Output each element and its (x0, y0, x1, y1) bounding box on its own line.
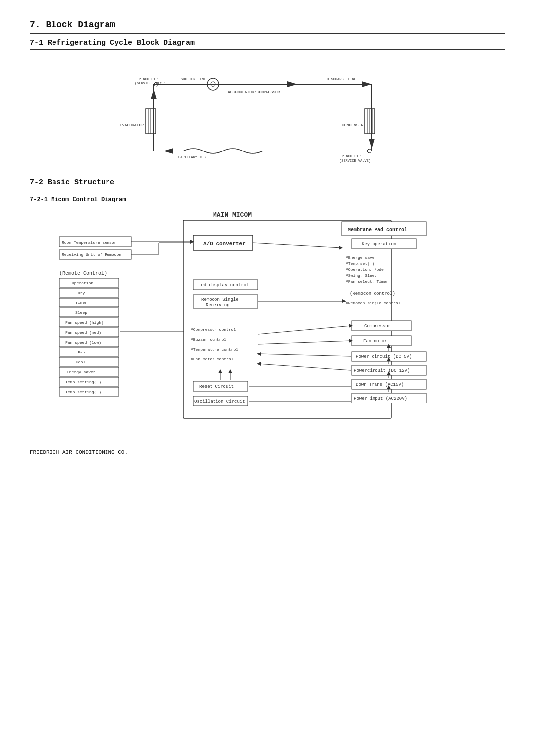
pinch-pipe-label: PINCH PIPE (139, 77, 160, 81)
remote-control-label: (Remote Control) (59, 271, 107, 276)
svg-marker-105 (228, 369, 232, 373)
svg-marker-84 (257, 352, 261, 356)
section-block-diagram: 7. Block Diagram 7-1 Refrigerating Cycle… (30, 20, 505, 455)
svg-text:¥Swing, Sleep: ¥Swing, Sleep (346, 273, 377, 278)
svg-text:Fan speed (med): Fan speed (med) (65, 330, 101, 335)
svg-line-77 (258, 326, 351, 334)
down-trans: Down Trans (AC15V) (356, 382, 404, 387)
reset-circuit: Reset Circuit (199, 384, 234, 389)
svg-line-88 (259, 364, 351, 370)
svg-text:¥Fan select, Timer: ¥Fan select, Timer (346, 279, 389, 284)
svg-marker-22 (287, 81, 297, 87)
condenser-label: CONDENSER (342, 123, 363, 127)
led-display-control: Led display control (198, 283, 249, 288)
main-title: 7. Block Diagram (30, 20, 505, 34)
subsection-title: 7-2-1 Micom Control Diagram (30, 196, 505, 203)
svg-text:Remocon Single: Remocon Single (201, 297, 239, 302)
ad-converter: A/D converter (203, 241, 246, 247)
svg-rect-45 (59, 298, 119, 307)
svg-text:Temp.setting(  ): Temp.setting( ) (65, 390, 101, 394)
section2-title: 7-2 Basic Structure (30, 178, 505, 189)
capillary-label: CAPILLARY TUBE (178, 155, 208, 159)
svg-text:Fan speed (high): Fan speed (high) (65, 320, 104, 325)
svg-text:¥Compressor control: ¥Compressor control (191, 327, 236, 332)
svg-text:Energy saver: Energy saver (67, 370, 96, 374)
svg-marker-9 (151, 89, 157, 99)
svg-line-34 (253, 243, 341, 248)
accumulator-label: ACCUMULATOR/COMPRESSOR (228, 90, 280, 94)
pinch-pipe2-label: PINCH PIPE (342, 154, 363, 158)
room-temp-sensor: Room Temperature sensor (62, 240, 117, 245)
svg-rect-55 (59, 348, 119, 356)
svg-text:(SERVICE VALVE): (SERVICE VALVE) (135, 81, 166, 85)
compressor-box: Compressor (364, 324, 391, 329)
svg-marker-35 (339, 246, 343, 250)
fan-motor-box: Fan motor (363, 339, 387, 344)
remocon-control: (Remocon control) (350, 291, 395, 296)
svg-text:¥Temp.set(   ): ¥Temp.set( ) (346, 261, 374, 266)
micom-control-diagram: MAIN MICOM Membrane Pad control Key oper… (45, 208, 490, 436)
svg-text:Operation: Operation (72, 281, 93, 285)
membrane-pad-title: Membrane Pad control (348, 227, 407, 233)
svg-line-80 (258, 341, 351, 344)
power-input: Power input (AC220V) (354, 396, 407, 401)
footer: FRIEDRICH AIR CONDITIONING CO. (30, 446, 505, 455)
svg-rect-43 (59, 288, 119, 297)
section1-title: 7-1 Refrigerating Cycle Block Diagram (30, 39, 505, 50)
svg-text:¥Buzzer control: ¥Buzzer control (191, 337, 226, 342)
svg-line-83 (259, 354, 351, 356)
svg-rect-57 (59, 357, 119, 366)
svg-text:(SERVICE VALVE): (SERVICE VALVE) (339, 159, 371, 163)
refrigeration-cycle-diagram: PINCH PIPE (SERVICE VALVE) SUCTION LINE … (94, 59, 441, 168)
svg-text:Receiving: Receiving (206, 303, 230, 308)
cool-label: Cool (76, 360, 85, 364)
svg-marker-7 (369, 139, 374, 149)
discharge-line-label: DISCHARGE LINE (327, 77, 356, 81)
oscillation-circuit: Oscillation Circuit (194, 399, 245, 404)
svg-text:Fan: Fan (78, 350, 85, 354)
svg-marker-89 (257, 362, 261, 366)
main-micom-title: MAIN MICOM (213, 211, 252, 219)
suction-line-label: SUCTION LINE (181, 77, 206, 81)
svg-text:¥Temperature control: ¥Temperature control (191, 347, 238, 352)
svg-marker-6 (362, 81, 372, 87)
power-dc5v: Power circuit (DC 5V) (356, 354, 412, 359)
svg-text:¥Remocon single control: ¥Remocon single control (346, 301, 401, 305)
svg-text:¥Operation, Mode: ¥Operation, Mode (346, 267, 384, 272)
svg-text:Temp.setting(  ): Temp.setting( ) (65, 380, 101, 384)
remocon-receiver: Receiving Unit of Remocon (62, 252, 121, 257)
evaporator-label: EVAPORATOR (120, 123, 144, 127)
svg-marker-103 (218, 369, 222, 373)
svg-text:¥Fan motor control: ¥Fan motor control (191, 357, 234, 361)
power-dc12v: Powercircuit (DC 12V) (354, 368, 410, 373)
svg-marker-8 (163, 148, 173, 154)
key-operation: Key operation (362, 242, 396, 247)
svg-text:¥Energe saver: ¥Energe saver (346, 255, 377, 260)
svg-text:Fan speed (low): Fan speed (low) (65, 340, 101, 345)
svg-text:Sleep: Sleep (75, 310, 87, 315)
svg-text:Timer: Timer (75, 301, 87, 305)
section-basic-structure: 7-2 Basic Structure 7-2-1 Micom Control … (30, 178, 505, 436)
svg-text:Dry: Dry (78, 291, 85, 295)
svg-rect-47 (59, 308, 119, 317)
